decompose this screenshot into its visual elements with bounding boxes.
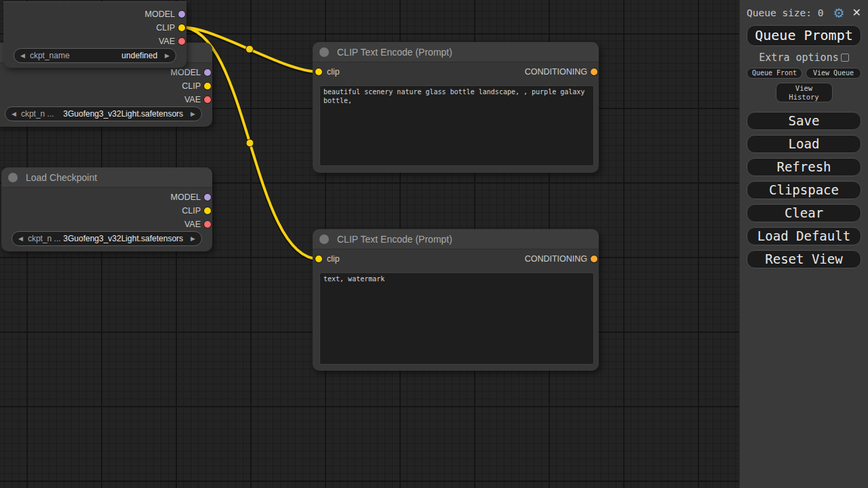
node-collapse-dot[interactable]: [319, 235, 329, 244]
output-slot-clip: CLIP: [1, 204, 212, 218]
model-slot-dot[interactable]: [204, 69, 211, 76]
widget-right-arrow-icon[interactable]: ▶: [191, 110, 195, 117]
output-slot-conditioning: CONDITIONING: [525, 65, 599, 79]
widget-right-arrow-icon[interactable]: ▶: [191, 235, 195, 242]
widget-value: undefined: [121, 51, 157, 60]
widget-label: ckpt_n ...: [21, 109, 54, 119]
comfy-menu: Queue size: 0 ⚙ ✕ Queue Prompt Extra opt…: [739, 0, 868, 488]
input-slot-clip: clip: [313, 252, 340, 266]
output-slot-vae: VAE: [1, 218, 212, 231]
slot-label: VAE: [184, 220, 201, 229]
node-title-bar[interactable]: Load Checkpoint: [1, 167, 212, 188]
load-checkpoint-node-partial[interactable]: MODEL CLIP VAE ◀ ckpt_name undefined ▶: [3, 1, 186, 68]
node-title: CLIP Text Encode (Prompt): [337, 234, 452, 245]
slot-label: MODEL: [145, 9, 175, 19]
slot-label: MODEL: [171, 68, 201, 77]
conditioning-slot-dot[interactable]: [591, 68, 597, 75]
slot-label: clip: [327, 254, 340, 264]
widget-left-arrow-icon[interactable]: ◀: [12, 110, 16, 117]
output-slot-model: MODEL: [1, 190, 212, 204]
widget-left-arrow-icon[interactable]: ◀: [18, 235, 23, 242]
slot-label: MODEL: [171, 192, 201, 202]
conditioning-slot-dot[interactable]: [591, 256, 597, 262]
clip-text-encode-node-negative[interactable]: CLIP Text Encode (Prompt) clip CONDITION…: [313, 229, 599, 371]
node-title: CLIP Text Encode (Prompt): [337, 47, 452, 58]
slot-label: VAE: [184, 95, 201, 104]
output-slot-clip: CLIP: [3, 21, 186, 35]
view-history-button[interactable]: ViewHistory: [776, 83, 833, 102]
clip-slot-dot[interactable]: [204, 207, 211, 214]
ckpt-name-widget[interactable]: ◀ ckpt_n ... 3Guofeng3_v32Light.safetens…: [5, 106, 202, 121]
clip-text-encode-node-positive[interactable]: CLIP Text Encode (Prompt) clip CONDITION…: [313, 42, 599, 173]
clipspace-button[interactable]: Clipspace: [747, 181, 861, 199]
clear-button[interactable]: Clear: [747, 204, 861, 222]
reset-view-button[interactable]: Reset View: [747, 250, 861, 268]
node-title: Load Checkpoint: [26, 172, 97, 183]
output-slot-vae: VAE: [0, 93, 212, 106]
slot-label: CONDITIONING: [525, 67, 587, 77]
load-default-button[interactable]: Load Default: [747, 227, 861, 245]
slot-label: CONDITIONING: [525, 254, 587, 264]
load-checkpoint-node[interactable]: Load Checkpoint MODEL CLIP VAE ◀ ckpt_n …: [1, 167, 212, 251]
node-graph-canvas[interactable]: MODEL CLIP VAE ◀ ckpt_name undefined ▶ L…: [0, 0, 739, 488]
slot-label: CLIP: [182, 81, 201, 91]
load-button[interactable]: Load: [747, 135, 861, 153]
queue-prompt-button[interactable]: Queue Prompt: [747, 25, 861, 46]
clip-slot-dot[interactable]: [178, 24, 185, 31]
output-slot-vae: VAE: [3, 35, 186, 48]
input-slot-clip: clip: [313, 65, 340, 79]
vae-slot-dot[interactable]: [204, 221, 211, 228]
ckpt-name-widget[interactable]: ◀ ckpt_n ... 3Guofeng3_v32Light.safetens…: [12, 231, 202, 246]
widget-label: ckpt_name: [30, 51, 70, 60]
slot-label: CLIP: [182, 206, 201, 216]
close-icon[interactable]: ✕: [852, 7, 861, 19]
clip-slot-dot[interactable]: [204, 83, 211, 89]
model-slot-dot[interactable]: [204, 194, 211, 201]
output-slot-conditioning: CONDITIONING: [525, 252, 599, 266]
ckpt-name-widget[interactable]: ◀ ckpt_name undefined ▶: [14, 48, 176, 63]
queue-size-label: Queue size: 0: [747, 7, 824, 18]
view-queue-button[interactable]: View Queue: [806, 68, 861, 79]
output-slot-model: MODEL: [3, 7, 186, 21]
node-title-bar[interactable]: CLIP Text Encode (Prompt): [313, 42, 599, 62]
node-collapse-dot[interactable]: [319, 47, 329, 57]
prompt-textarea[interactable]: text, watermark: [319, 272, 594, 365]
output-slot-clip: CLIP: [0, 79, 212, 93]
vae-slot-dot[interactable]: [178, 38, 185, 45]
queue-front-button[interactable]: Queue Front: [747, 68, 802, 79]
model-slot-dot[interactable]: [178, 11, 185, 18]
node-collapse-dot[interactable]: [8, 173, 18, 182]
output-slot-model: MODEL: [0, 66, 212, 79]
save-button[interactable]: Save: [747, 112, 861, 130]
widget-value: 3Guofeng3_v32Light.safetensors: [63, 109, 183, 119]
node-title-bar[interactable]: CLIP Text Encode (Prompt): [313, 229, 599, 249]
gear-icon[interactable]: ⚙: [833, 7, 845, 19]
widget-right-arrow-icon[interactable]: ▶: [165, 52, 170, 59]
slot-label: clip: [327, 67, 340, 77]
slot-label: CLIP: [156, 23, 175, 33]
refresh-button[interactable]: Refresh: [747, 158, 861, 176]
widget-label: ckpt_n ...: [28, 234, 61, 243]
widget-value: 3Guofeng3_v32Light.safetensors: [63, 234, 183, 243]
prompt-textarea[interactable]: beautiful scenery nature glass bottle la…: [319, 85, 594, 166]
vae-slot-dot[interactable]: [204, 96, 211, 103]
extra-options-label: Extra options: [759, 52, 838, 64]
clip-input-dot[interactable]: [315, 256, 322, 262]
clip-input-dot[interactable]: [315, 68, 322, 75]
extra-options-checkbox[interactable]: [841, 54, 849, 62]
slot-label: VAE: [159, 37, 175, 46]
widget-left-arrow-icon[interactable]: ◀: [20, 52, 25, 59]
